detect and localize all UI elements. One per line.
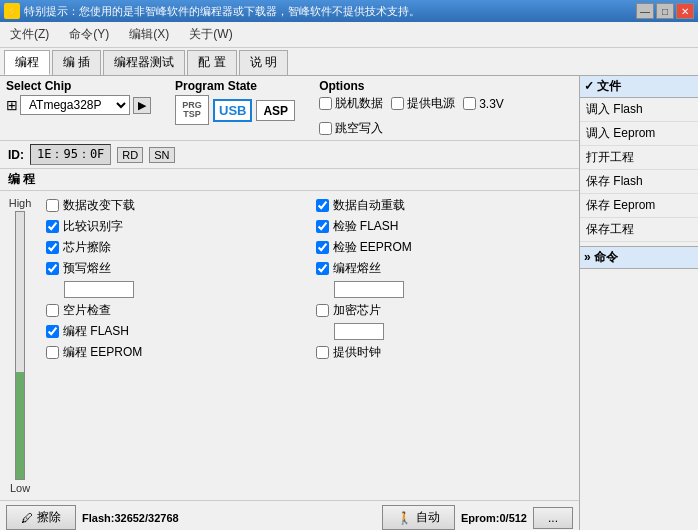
select-chip-label: Select Chip	[6, 79, 151, 93]
chip-arrow-btn[interactable]: ▶	[133, 97, 151, 114]
option-power[interactable]: 提供电源	[391, 95, 455, 112]
minimize-btn[interactable]: —	[636, 3, 654, 19]
erase-icon: 🖊	[21, 511, 33, 525]
close-btn[interactable]: ✕	[676, 3, 694, 19]
right-panel: ✓ 文件 调入 Flash 调入 Eeprom 打开工程 保存 Flash 保存…	[580, 76, 698, 530]
high-label: High	[9, 197, 32, 209]
clock-checkbox[interactable]	[316, 346, 329, 359]
erase-button[interactable]: 🖊 擦除	[6, 505, 76, 530]
tab-config[interactable]: 配 置	[187, 50, 236, 75]
more-button[interactable]: ...	[533, 507, 573, 529]
verify-eeprom-label: 检验 EEPROM	[333, 239, 412, 256]
menu-command[interactable]: 命令(Y)	[63, 24, 115, 45]
tab-insert[interactable]: 编 插	[52, 50, 101, 75]
level-indicator: High Low	[0, 195, 40, 496]
prog-flash-checkbox[interactable]	[46, 325, 59, 338]
auto-reload-label: 数据自动重载	[333, 197, 405, 214]
rd-button[interactable]: RD	[117, 147, 143, 163]
verify-flash-checkbox[interactable]	[316, 220, 329, 233]
command-section-title: » 命令	[580, 246, 698, 269]
usb-label: USB	[219, 103, 246, 118]
left-options-col: 数据改变下载 比较识别字 芯片擦除 预写熔丝 0xFFD962	[40, 195, 310, 496]
power-checkbox[interactable]	[391, 97, 404, 110]
chip-erase-label: 芯片擦除	[63, 239, 111, 256]
prog-flash-label: 编程 FLASH	[63, 323, 129, 340]
3v3-label: 3.3V	[479, 97, 504, 111]
opt-pre-fuse[interactable]: 预写熔丝	[46, 260, 304, 277]
flash-info: Flash:32652/32768	[82, 512, 179, 524]
auto-reload-checkbox[interactable]	[316, 199, 329, 212]
btn-save-project[interactable]: 保存工程	[580, 218, 698, 242]
eprom-info: Eprom:0/512	[461, 512, 527, 524]
tab-bar: 编程 编 插 编程器测试 配 置 说 明	[0, 48, 698, 76]
right-options-col: 数据自动重载 检验 FLASH 检验 EEPROM 编程熔丝 0x5DA0F	[310, 195, 580, 496]
opt-auto-reload[interactable]: 数据自动重载	[316, 197, 574, 214]
opt-data-change[interactable]: 数据改变下载	[46, 197, 304, 214]
title-bar: ⚡ 特别提示：您使用的是非智峰软件的编程器或下载器，智峰软件不提供技术支持。 —…	[0, 0, 698, 22]
btn-load-eeprom[interactable]: 调入 Eeprom	[580, 122, 698, 146]
id-check-checkbox[interactable]	[46, 220, 59, 233]
bottom-left: 🖊 擦除 Flash:32652/32768	[6, 505, 179, 530]
bottom-right: 🚶 自动 Eprom:0/512 ...	[382, 505, 573, 530]
encrypt-checkbox[interactable]	[316, 304, 329, 317]
auto-icon: 🚶	[397, 511, 412, 525]
opt-verify-eeprom[interactable]: 检验 EEPROM	[316, 239, 574, 256]
btn-open-project[interactable]: 打开工程	[580, 146, 698, 170]
option-skip-write[interactable]: 跳空写入	[319, 120, 383, 137]
fuse-hex-input[interactable]: 0xFFD962	[64, 281, 134, 298]
file-section-title: ✓ 文件	[580, 76, 698, 98]
prg-tsp-label: PRGTSP	[182, 101, 202, 119]
maximize-btn[interactable]: □	[656, 3, 674, 19]
auto-button[interactable]: 🚶 自动	[382, 505, 455, 530]
tab-info[interactable]: 说 明	[239, 50, 288, 75]
opt-prog-fuse[interactable]: 编程熔丝	[316, 260, 574, 277]
program-state-label: Program State	[175, 79, 295, 93]
skip-write-label: 跳空写入	[335, 120, 383, 137]
options-label: Options	[319, 79, 573, 93]
verify-eeprom-checkbox[interactable]	[316, 241, 329, 254]
menu-about[interactable]: 关于(W)	[183, 24, 238, 45]
opt-prog-flash[interactable]: 编程 FLASH	[46, 323, 304, 340]
opt-clock[interactable]: 提供时钟	[316, 344, 574, 361]
blank-check-checkbox[interactable]	[46, 304, 59, 317]
btn-save-flash[interactable]: 保存 Flash	[580, 170, 698, 194]
asp-label: ASP	[263, 104, 288, 118]
opt-chip-erase[interactable]: 芯片擦除	[46, 239, 304, 256]
pre-fuse-checkbox[interactable]	[46, 262, 59, 275]
data-change-label: 数据改变下载	[63, 197, 135, 214]
btn-save-eeprom[interactable]: 保存 Eeprom	[580, 194, 698, 218]
prog-eeprom-checkbox[interactable]	[46, 346, 59, 359]
menu-bar: 文件(Z) 命令(Y) 编辑(X) 关于(W)	[0, 22, 698, 48]
3v3-checkbox[interactable]	[463, 97, 476, 110]
opt-blank-check[interactable]: 空片检查	[46, 302, 304, 319]
offline-checkbox[interactable]	[319, 97, 332, 110]
opt-prog-eeprom[interactable]: 编程 EEPROM	[46, 344, 304, 361]
btn-load-flash[interactable]: 调入 Flash	[580, 98, 698, 122]
opt-encrypt[interactable]: 加密芯片	[316, 302, 574, 319]
opt-id-check[interactable]: 比较识别字	[46, 218, 304, 235]
option-offline[interactable]: 脱机数据	[319, 95, 383, 112]
fuse-hex2-input[interactable]: 0x5DA0F	[334, 281, 404, 298]
chip-dropdown[interactable]: ATmega328P	[20, 95, 130, 115]
power-label: 提供电源	[407, 95, 455, 112]
menu-edit[interactable]: 编辑(X)	[123, 24, 175, 45]
prog-fuse-label: 编程熔丝	[333, 260, 381, 277]
sn-button[interactable]: SN	[149, 147, 174, 163]
tab-program[interactable]: 编程	[4, 50, 50, 75]
encrypt-label: 加密芯片	[333, 302, 381, 319]
id-row: ID: 1E：95：0F RD SN	[0, 141, 579, 169]
fuse-hex3-input[interactable]: 0xF	[334, 323, 384, 340]
option-3v3[interactable]: 3.3V	[463, 97, 504, 111]
skip-write-checkbox[interactable]	[319, 122, 332, 135]
opt-verify-flash[interactable]: 检验 FLASH	[316, 218, 574, 235]
data-change-check[interactable]	[46, 199, 59, 212]
fuse-hex-row3: 0xF	[334, 323, 574, 340]
fuse-hex-row2: 0x5DA0F	[334, 281, 574, 298]
prog-fuse-checkbox[interactable]	[316, 262, 329, 275]
level-bar	[15, 211, 25, 480]
chip-erase-checkbox[interactable]	[46, 241, 59, 254]
menu-file[interactable]: 文件(Z)	[4, 24, 55, 45]
pre-fuse-label: 预写熔丝	[63, 260, 111, 277]
level-bar-fill	[16, 372, 24, 479]
tab-test[interactable]: 编程器测试	[103, 50, 185, 75]
